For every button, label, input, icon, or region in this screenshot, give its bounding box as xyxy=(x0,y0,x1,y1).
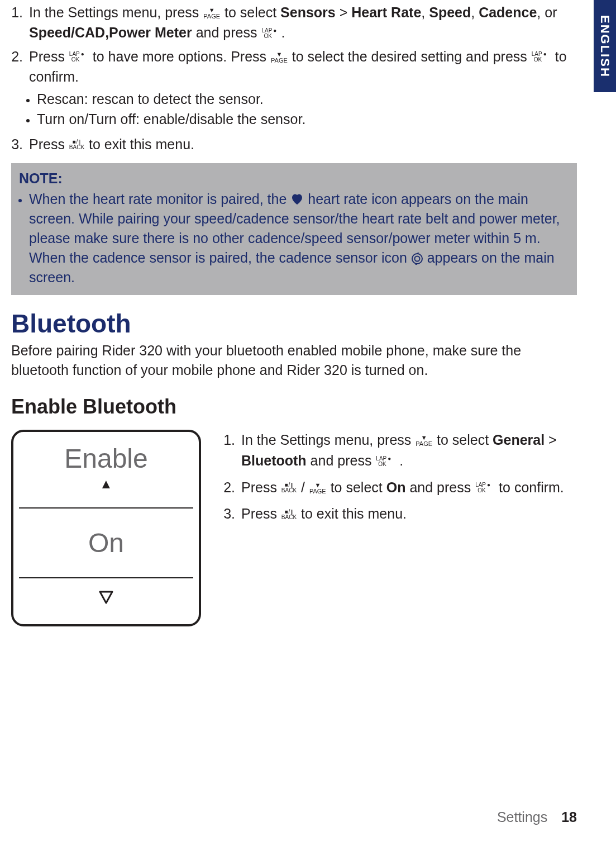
lap-ok-icon: LAPOK xyxy=(261,26,281,41)
sub-rescan: Rescan: rescan to detect the sensor. xyxy=(37,89,577,109)
enable-section: Enable On In the Settings menu, press PA… xyxy=(11,430,577,626)
note-box: NOTE: When the heart rate monitor is pai… xyxy=(11,163,577,295)
note-heading: NOTE: xyxy=(19,169,569,188)
lap-ok-icon: LAPOK xyxy=(69,50,89,64)
back-icon: BACK xyxy=(281,481,297,495)
back-icon: BACK xyxy=(69,137,85,152)
bluetooth-heading: Bluetooth xyxy=(11,308,577,339)
lap-ok-icon: LAPOK xyxy=(375,454,395,469)
heart-icon xyxy=(290,191,308,207)
device-row-enable: Enable xyxy=(19,438,193,509)
page-down-icon: PAGE xyxy=(203,6,221,20)
page-footer: Settings 18 xyxy=(497,809,577,825)
triangle-down-outline-icon xyxy=(99,591,113,606)
svg-marker-2 xyxy=(100,592,112,603)
top-steps: In the Settings menu, press PAGE to sele… xyxy=(11,2,577,154)
footer-page-number: 18 xyxy=(561,809,577,825)
footer-section: Settings xyxy=(497,809,547,825)
step-2: Press LAPOK to have more options. Press … xyxy=(27,46,577,130)
device-row-down xyxy=(19,578,193,619)
language-tab: ENGLISH xyxy=(594,0,616,92)
back-icon: BACK xyxy=(281,507,297,522)
page-down-icon: PAGE xyxy=(309,481,327,495)
bluetooth-intro: Before pairing Rider 320 with your bluet… xyxy=(11,341,577,381)
enable-steps: In the Settings menu, press PAGE to sele… xyxy=(223,430,577,530)
svg-point-1 xyxy=(414,256,419,261)
sub-turnon: Turn on/Turn off: enable/disable the sen… xyxy=(37,109,577,129)
device-screen: Enable On xyxy=(11,430,201,626)
page-body: In the Settings menu, press PAGE to sele… xyxy=(0,2,616,626)
enable-step-2: Press BACK / PAGE to select On and press… xyxy=(239,477,577,498)
enable-step-1: In the Settings menu, press PAGE to sele… xyxy=(239,430,577,472)
triangle-up-icon xyxy=(19,476,193,492)
lap-ok-icon: LAPOK xyxy=(475,481,495,495)
page-down-icon: PAGE xyxy=(270,50,288,64)
svg-point-0 xyxy=(412,254,422,264)
device-row-on: On xyxy=(19,509,193,578)
enable-step-3: Press BACK to exit this menu. xyxy=(239,503,577,525)
lap-ok-icon: LAPOK xyxy=(531,50,551,64)
note-text: When the heart rate monitor is paired, t… xyxy=(29,189,569,287)
step-2-sublist: Rescan: rescan to detect the sensor. Tur… xyxy=(29,89,577,130)
step-3: Press BACK to exit this menu. xyxy=(27,134,577,154)
step-1: In the Settings menu, press PAGE to sele… xyxy=(27,2,577,43)
page-down-icon: PAGE xyxy=(415,433,433,448)
cadence-icon xyxy=(411,250,427,265)
enable-bluetooth-heading: Enable Bluetooth xyxy=(11,395,577,419)
